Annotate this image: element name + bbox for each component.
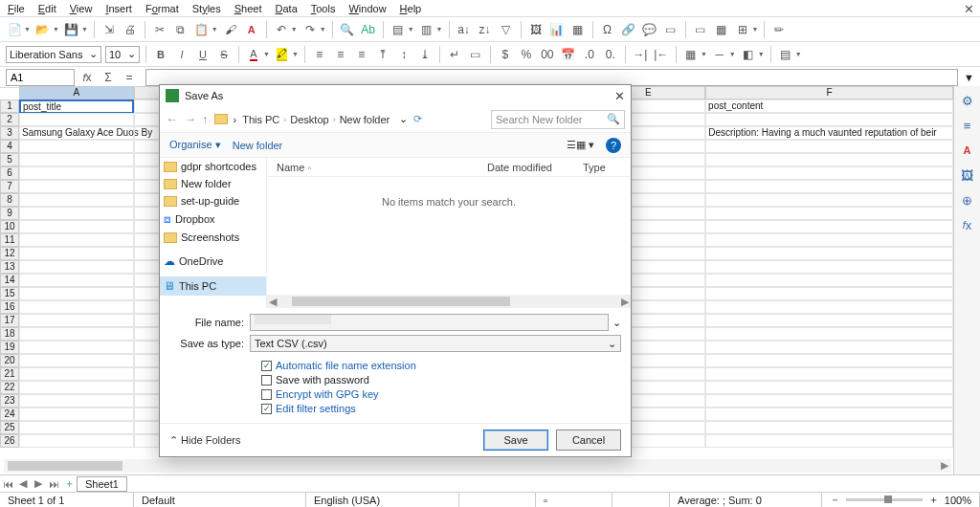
menu-tools[interactable]: Tools [311,3,336,14]
border-color-button[interactable]: ◧▼ [740,46,765,63]
row-18[interactable]: 18 [0,327,19,341]
list-hscrollbar[interactable]: ◀ ▶ [267,295,631,308]
row-24[interactable]: 24 [0,408,19,421]
row-11[interactable]: 11 [0,233,19,247]
status-signature[interactable] [612,493,670,507]
chk-edit-filter[interactable]: ✓Edit filter settings [261,403,621,414]
date-format-icon[interactable]: 📅 [560,46,577,63]
refresh-icon[interactable]: ⟳ [413,113,422,125]
menu-view[interactable]: View [70,3,93,14]
spellcheck-icon[interactable]: Ab [360,21,377,38]
row-12[interactable]: 12 [0,247,19,260]
sidebar-functions-icon[interactable]: fx [959,216,976,233]
file-list[interactable]: Name ^ Date modified Type No items match… [267,158,631,308]
align-right-icon[interactable]: ≡ [353,46,370,63]
row-5[interactable]: 5 [0,153,19,166]
number-format-icon[interactable]: 00 [539,46,556,63]
freeze-icon[interactable]: ▦ [713,21,730,38]
zoom-slider[interactable]: －＋ 100% [822,493,980,507]
undo-button[interactable]: ↶▼ [273,21,298,38]
insert-image-icon[interactable]: 🖼 [527,21,545,38]
sheet-hscrollbar[interactable]: ▶ [4,459,951,473]
status-lang[interactable]: English (USA) [306,493,459,507]
menu-insert[interactable]: Insert [105,3,132,14]
redo-button[interactable]: ↷▼ [301,21,326,38]
clone-format-icon[interactable]: 🖌 [222,21,239,38]
paste-button[interactable]: 📋▼ [193,21,218,38]
menu-data[interactable]: Data [276,3,298,14]
save-file-button[interactable]: Save [483,430,548,451]
equals-icon[interactable]: = [121,69,138,86]
file-name-input[interactable] [250,314,609,331]
clear-format-icon[interactable]: A [243,21,260,38]
menu-format[interactable]: Format [145,3,179,14]
sum-icon[interactable]: Σ [100,69,117,86]
chk-save-password[interactable]: Save with password [261,374,621,386]
sidebar-properties-icon[interactable]: ≡ [959,117,976,134]
save-type-combo[interactable]: Text CSV (.csv)⌄ [250,335,621,352]
align-middle-icon[interactable]: ↕ [395,46,412,63]
align-top-icon[interactable]: ⤒ [374,46,391,63]
row-22[interactable]: 22 [0,381,19,394]
currency-icon[interactable]: $ [497,46,514,63]
col-A[interactable]: A [19,86,134,99]
nav-up-icon[interactable]: ↑ [202,112,209,126]
chk-encrypt-gpg[interactable]: Encrypt with GPG key [261,388,621,400]
hyperlink-icon[interactable]: 🔗 [620,21,637,38]
font-size-combo[interactable]: 10⌄ [105,46,140,63]
tree-item[interactable]: Screenshots [160,229,266,246]
row-headers[interactable]: 1234567891011121314151617181920212223242… [0,99,19,448]
align-left-icon[interactable]: ≡ [311,46,328,63]
sidebar-navigator-icon[interactable]: ⊕ [959,191,976,209]
formula-input[interactable] [145,69,958,86]
row-17[interactable]: 17 [0,314,19,327]
pivot-icon[interactable]: ▦ [569,21,587,38]
row-4[interactable]: 4 [0,140,19,153]
copy-icon[interactable]: ⧉ [172,21,189,38]
autofilter-icon[interactable]: ▽ [498,21,515,38]
row-21[interactable]: 21 [0,367,19,381]
row-3[interactable]: 3 [0,126,19,140]
col-button[interactable]: ▥▼ [418,21,443,38]
strike-icon[interactable]: S [215,46,233,63]
sort-asc-icon[interactable]: a↓ [456,21,473,38]
organise-button[interactable]: Organise ▾ [169,139,221,151]
sidebar-settings-icon[interactable]: ⚙ [959,92,976,109]
new-folder-button[interactable]: New folder [233,140,283,151]
menu-help[interactable]: Help [400,3,422,14]
col-F[interactable]: F [705,86,953,99]
print-icon[interactable]: 🖨 [122,21,139,38]
menu-edit[interactable]: Edit [38,3,56,14]
breadcrumb[interactable]: This PC› Desktop› New folder [242,114,390,125]
first-sheet-icon[interactable]: ⏮ [0,478,15,490]
find-icon[interactable]: 🔍 [339,21,356,38]
menu-file[interactable]: File [8,3,25,14]
sheet-tab[interactable]: Sheet1 [77,476,127,492]
row-10[interactable]: 10 [0,220,19,233]
row-26[interactable]: 26 [0,434,19,448]
new-button[interactable]: 📄▼ [6,21,31,38]
row-8[interactable]: 8 [0,193,19,207]
tree-item[interactable]: New folder [160,175,266,192]
col-type[interactable]: Type [573,162,631,173]
row-16[interactable]: 16 [0,300,19,314]
special-char-icon[interactable]: Ω [599,21,616,38]
next-sheet-icon[interactable]: ▶ [31,477,46,490]
view-mode-button[interactable]: ☰▦ ▾ [567,139,594,151]
row-6[interactable]: 6 [0,166,19,180]
cut-icon[interactable]: ✂ [151,21,168,38]
tree-item[interactable]: ☁OneDrive [160,252,266,271]
tree-item[interactable]: 🖥This PC [160,276,266,296]
row-button[interactable]: ▤▼ [390,21,414,38]
align-bottom-icon[interactable]: ⤓ [416,46,434,63]
hide-folders-button[interactable]: ⌃ Hide Folders [169,434,240,447]
header-footer-icon[interactable]: ▭ [662,21,679,38]
del-decimal-icon[interactable]: 0. [602,46,619,63]
wrap-icon[interactable]: ↵ [446,46,463,63]
conditional-button[interactable]: ▤▼ [777,46,802,63]
tree-item[interactable]: ⧈Dropbox [160,209,266,229]
row-15[interactable]: 15 [0,287,19,300]
nav-fwd-icon[interactable]: → [184,112,196,126]
menu-sheet[interactable]: Sheet [234,3,262,14]
merge-icon[interactable]: ▭ [467,46,484,63]
